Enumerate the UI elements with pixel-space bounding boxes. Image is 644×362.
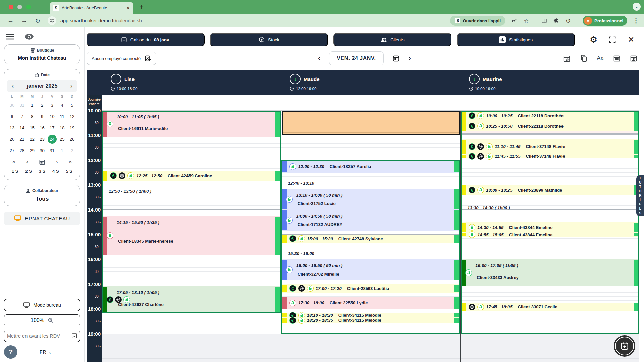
staff-column-maurine[interactable]: €10:00 - 10:25Client-22118 Dorothée€10:2… <box>460 111 639 362</box>
highlight-rdv-input[interactable] <box>4 330 80 342</box>
datepicker-icon[interactable] <box>392 55 400 62</box>
staff-column-header-maurine[interactable]: ↓Maurine10:00-19:00 <box>460 70 639 95</box>
collaborateur-card[interactable]: Collaborateur Tous <box>4 185 80 206</box>
prev-day-icon[interactable]: ‹ <box>318 54 320 63</box>
all-day-row[interactable] <box>102 95 639 111</box>
day-cell[interactable]: 1 <box>27 100 37 110</box>
fullscreen-icon[interactable] <box>609 36 616 43</box>
calendar-view-icon[interactable] <box>613 55 621 62</box>
add-appointment-fab[interactable] <box>614 335 635 357</box>
open-in-app-button[interactable]: $ Ouvrir dans l'appli <box>450 16 505 26</box>
appointment[interactable]: 14:30 - 14:55Client-43844 Emeline <box>461 222 639 233</box>
day-cell[interactable]: 2 <box>67 146 77 155</box>
new-tab-button[interactable]: + <box>140 3 144 11</box>
calendar-person-icon[interactable] <box>630 55 637 62</box>
week-shortcut[interactable]: 2 S <box>25 169 32 174</box>
appointment[interactable]: 14:15 - 15:50 ( 1h35 )Client-18345 Marie… <box>103 216 280 255</box>
next-month-icon[interactable]: › <box>70 83 72 90</box>
browser-tab[interactable]: $ ArteBeaute - ArteBeaute ✕ <box>50 2 133 14</box>
day-cell[interactable]: 2 <box>37 100 47 110</box>
day-cell[interactable]: 14 <box>17 123 27 132</box>
settings-gear-icon[interactable]: ⚙ <box>590 35 597 45</box>
appointment[interactable]: 12:00 - 12:30Client-18257 Aurelia <box>282 160 460 173</box>
appointment[interactable]: 17:45 - 18:05Client-33071 Cecile <box>461 303 639 311</box>
maximize-window-button[interactable] <box>26 5 31 9</box>
extensions-puzzle-icon[interactable] <box>553 17 559 24</box>
close-tab-icon[interactable]: ✕ <box>126 6 130 11</box>
day-cell[interactable]: 5 <box>67 100 77 110</box>
staff-column-header-lise[interactable]: ↓Lise10:00-18:00 <box>102 70 281 95</box>
site-settings-icon[interactable] <box>48 16 56 25</box>
clients-button[interactable]: Clients <box>333 33 451 46</box>
free-slot[interactable]: 12:50 - 13:50 ( 1h00 ) <box>109 189 279 194</box>
language-selector[interactable]: FR ⌄ <box>40 349 52 355</box>
day-cell[interactable]: 31 <box>47 146 57 155</box>
day-cell[interactable]: 16 <box>37 123 47 132</box>
address-bar[interactable]: app.smartbooker-demo.fr/calendar-sb <box>60 18 142 23</box>
day-cell[interactable]: 29 <box>27 146 37 155</box>
free-slot[interactable]: 13:30 - 14:30 ( 1h00 ) <box>467 205 637 210</box>
day-cell[interactable]: 4 <box>57 100 67 110</box>
appointment[interactable]: 17:30 - 18:00Client-22550 Lydie <box>282 297 460 309</box>
day-cell[interactable]: 13 <box>7 123 17 132</box>
day-cell[interactable]: 30 <box>7 100 17 110</box>
text-size-icon[interactable]: Aa <box>597 55 604 62</box>
day-cell[interactable]: 10 <box>47 112 57 121</box>
eye-icon[interactable] <box>25 34 34 40</box>
week-shortcut[interactable]: 4 S <box>52 169 59 174</box>
day-cell[interactable]: 3 <box>47 100 57 110</box>
appointment[interactable]: 17:05 - 18:10 ( 1h05 )€Client-42637 Char… <box>103 286 280 313</box>
reload-icon[interactable]: ↻ <box>35 17 40 25</box>
next-week-icon[interactable]: › <box>56 159 58 165</box>
appointment[interactable]: 16:00 - 16:50 ( 50 min )Client-32702 Mir… <box>282 259 460 280</box>
next-day-icon[interactable]: › <box>409 54 411 63</box>
stock-button[interactable]: Stock <box>210 33 328 46</box>
help-button[interactable]: ? <box>4 345 17 359</box>
day-cell[interactable]: 26 <box>67 134 77 144</box>
day-cell[interactable]: 11 <box>57 112 67 121</box>
prev-month-icon[interactable]: ‹ <box>12 83 14 90</box>
close-window-button[interactable] <box>9 5 13 9</box>
day-cell[interactable]: 6 <box>7 112 17 121</box>
mode-bureau-button[interactable]: Mode bureau <box>4 299 80 311</box>
password-key-icon[interactable] <box>511 17 518 24</box>
minimize-window-button[interactable] <box>17 5 22 9</box>
statistiques-button[interactable]: Statistiques <box>457 33 575 46</box>
day-cell[interactable]: 21 <box>17 134 27 144</box>
profile-button[interactable]: ● Professionnel <box>583 16 627 26</box>
day-cell[interactable]: 18 <box>57 123 67 132</box>
day-cell[interactable]: 7 <box>17 112 27 121</box>
prev-week-icon[interactable]: ‹ <box>26 159 28 165</box>
appointment[interactable]: €18:10 - 18:20Client-34115 Melodie <box>282 313 460 317</box>
staff-column-lise[interactable]: 10:00 - 11:05 ( 1h05 )Client-16911 Marie… <box>102 111 281 362</box>
menu-hamburger-icon[interactable] <box>6 34 15 40</box>
appointment[interactable]: 14:55 - 15:05Client-43844 Emeline <box>461 233 639 237</box>
day-cell[interactable]: 23 <box>37 134 47 144</box>
appointment[interactable]: 10:00 - 11:05 ( 1h05 )Client-16911 Marie… <box>103 111 280 137</box>
day-cell[interactable]: 24 <box>48 135 57 144</box>
forward-icon[interactable]: → <box>21 17 28 24</box>
appointment[interactable]: €13:00 - 13:25Client-23899 Mathilde <box>461 185 639 195</box>
day-cell[interactable]: 30 <box>37 146 47 155</box>
appointment[interactable]: €11:10 - 11:45Client-37148 Flavie <box>461 139 639 154</box>
day-cell[interactable]: 28 <box>17 146 27 155</box>
current-date-pill[interactable]: VEN. 24 JANV. <box>329 51 383 65</box>
zoom-control[interactable]: 100% <box>4 314 80 326</box>
tab-search-icon[interactable]: ⌄ <box>633 3 641 11</box>
appointment[interactable]: €11:45 - 11:55Client-37148 Flavie <box>461 154 639 158</box>
bookmark-star-icon[interactable]: ☆ <box>523 17 530 24</box>
week-shortcut[interactable]: 3 S <box>39 169 46 174</box>
back-icon[interactable]: ← <box>7 17 14 24</box>
today-calendar-icon[interactable] <box>39 159 45 165</box>
terminal-row[interactable]: EPNAT.CHATEAU <box>4 212 80 225</box>
browser-menu-icon[interactable]: ⋮ <box>633 17 639 24</box>
day-cell[interactable]: 9 <box>37 112 47 121</box>
prev-year-icon[interactable]: « <box>12 159 15 165</box>
appointment[interactable]: €15:00 - 15:20Client-42748 Sylviane <box>282 235 460 243</box>
staff-column-maude[interactable]: 12:00 - 12:30Client-18257 Aurelia12:40 -… <box>281 111 460 362</box>
caisse-button[interactable]: Caisse du 08 janv. <box>87 33 205 46</box>
tutorials-tab[interactable]: TUTORIELS <box>636 175 644 216</box>
close-icon[interactable]: ✕ <box>628 35 634 44</box>
appointment[interactable]: 14:00 - 14:50 ( 50 min )Client-17132 AUD… <box>282 210 460 231</box>
day-cell[interactable]: 17 <box>47 123 57 132</box>
